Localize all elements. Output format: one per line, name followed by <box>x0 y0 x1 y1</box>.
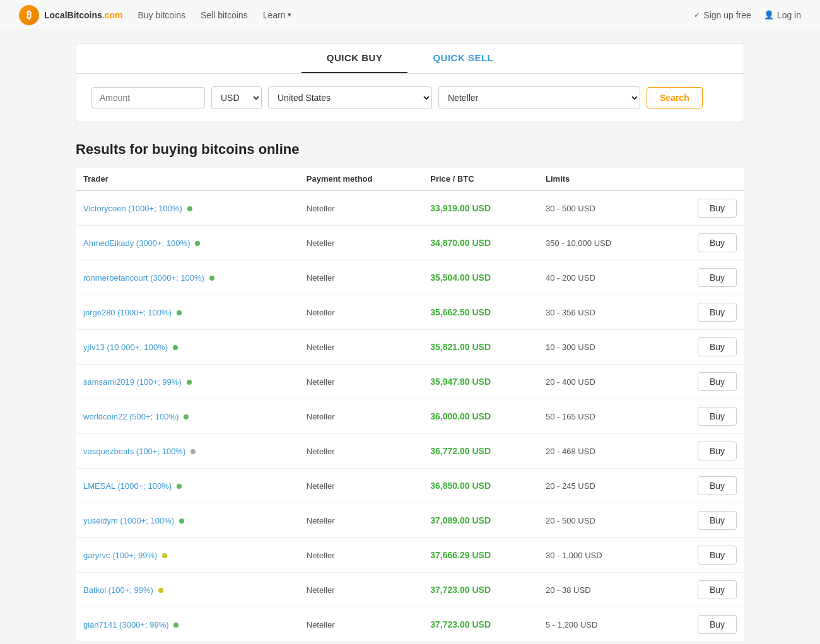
action-cell: Buy <box>662 469 745 503</box>
payment-method-label: Neteller <box>307 481 335 491</box>
table-row: garyrvc (100+; 99%) Neteller 37,666.29 U… <box>76 538 744 573</box>
buy-button[interactable]: Buy <box>698 442 737 460</box>
currency-select[interactable]: USD EUR GBP BTC <box>211 86 262 109</box>
trader-link[interactable]: jorge280 (1000+; 100%) <box>83 308 172 317</box>
navbar-right: ✓ Sign up free 👤 Log in <box>694 10 801 20</box>
tab-quick-buy[interactable]: QUICK BUY <box>302 44 408 73</box>
trader-link[interactable]: AhmedElkady (3000+; 100%) <box>83 238 190 248</box>
table-row: vasquezbeats (100+; 100%) Neteller 36,77… <box>76 434 744 469</box>
tab-quick-sell[interactable]: QUICK SELL <box>407 44 518 73</box>
buy-button[interactable]: Buy <box>698 615 737 634</box>
payment-method-label: Neteller <box>307 377 335 387</box>
payment-method-label: Neteller <box>307 447 335 456</box>
price-cell: 37,666.29 USD <box>423 538 538 573</box>
price-cell: 36,000.00 USD <box>423 399 538 434</box>
payment-method-label: Neteller <box>307 516 335 525</box>
buy-button[interactable]: Buy <box>698 337 737 356</box>
buy-button[interactable]: Buy <box>698 303 737 322</box>
trader-link[interactable]: worldcoin22 (500+; 100%) <box>83 412 179 421</box>
payment-cell: Neteller <box>299 434 423 469</box>
trader-link[interactable]: LMESAL (1000+; 100%) <box>83 481 172 491</box>
online-status-icon <box>162 553 167 558</box>
payment-method-label: Neteller <box>307 342 335 352</box>
country-select[interactable]: United States United Kingdom Canada Aust… <box>268 86 432 109</box>
trader-link[interactable]: yjfv13 (10 000+; 100%) <box>83 342 168 352</box>
checkmark-icon: ✓ <box>694 11 700 20</box>
price-value: 35,504.00 USD <box>430 272 491 283</box>
payment-cell: Neteller <box>299 607 423 642</box>
price-value: 35,821.00 USD <box>430 342 491 352</box>
user-icon: 👤 <box>764 10 774 20</box>
trader-link[interactable]: garyrvc (100+; 99%) <box>83 551 157 560</box>
buy-button[interactable]: Buy <box>698 476 737 495</box>
buy-button[interactable]: Buy <box>698 199 737 218</box>
nav-learn[interactable]: Learn ▾ <box>263 10 292 20</box>
limits-cell: 20 - 245 USD <box>538 469 661 503</box>
online-status-icon <box>173 623 179 628</box>
signup-label: Sign up free <box>703 10 751 20</box>
logo[interactable]: ₿ LocalBitcoins.com <box>19 5 122 25</box>
buy-button[interactable]: Buy <box>698 372 737 391</box>
buy-button[interactable]: Buy <box>698 233 737 252</box>
nav-buy-bitcoins[interactable]: Buy bitcoins <box>138 10 185 20</box>
trader-link[interactable]: yuseidym (1000+; 100%) <box>83 516 174 525</box>
trader-link[interactable]: vasquezbeats (100+; 100%) <box>83 447 185 456</box>
table-row: worldcoin22 (500+; 100%) Neteller 36,000… <box>76 399 744 434</box>
trader-link[interactable]: ronmerbetancourt (3000+; 100%) <box>83 273 204 283</box>
limits-cell: 30 - 500 USD <box>538 190 661 226</box>
trader-cell: jorge280 (1000+; 100%) <box>76 295 299 330</box>
online-status-icon <box>173 345 178 350</box>
table-header: Trader Payment method Price / BTC Limits <box>76 168 744 190</box>
buy-button[interactable]: Buy <box>698 268 737 287</box>
payment-select[interactable]: Neteller PayPal Bank Transfer Cash Depos… <box>438 86 640 109</box>
amount-input[interactable] <box>91 87 205 108</box>
buy-button[interactable]: Buy <box>698 407 737 426</box>
limits-value: 20 - 245 USD <box>546 481 595 491</box>
payment-cell: Neteller <box>299 399 423 434</box>
action-cell: Buy <box>662 226 745 261</box>
price-value: 36,850.00 USD <box>430 481 491 491</box>
results-table: Trader Payment method Price / BTC Limits… <box>76 168 744 642</box>
signup-link[interactable]: ✓ Sign up free <box>694 10 751 20</box>
trader-link[interactable]: Victorycoen (1000+; 100%) <box>83 204 182 213</box>
limits-value: 5 - 1,200 USD <box>546 620 597 629</box>
search-button[interactable]: Search <box>647 87 703 108</box>
col-trader: Trader <box>76 168 299 190</box>
limits-value: 20 - 400 USD <box>546 377 595 387</box>
payment-method-label: Neteller <box>307 551 335 560</box>
payment-method-label: Neteller <box>307 204 335 213</box>
buy-button[interactable]: Buy <box>698 546 737 565</box>
online-status-icon <box>187 206 192 211</box>
trader-link[interactable]: samsami2019 (100+; 99%) <box>83 377 182 387</box>
login-link[interactable]: 👤 Log in <box>764 10 801 20</box>
nav-sell-bitcoins[interactable]: Sell bitcoins <box>201 10 248 20</box>
trader-cell: ronmerbetancourt (3000+; 100%) <box>76 261 299 295</box>
quick-form: USD EUR GBP BTC United States United Kin… <box>76 74 744 122</box>
trader-link[interactable]: gian7141 (3000+; 99%) <box>83 620 169 629</box>
limits-cell: 40 - 200 USD <box>538 261 661 295</box>
price-cell: 33,919.00 USD <box>423 190 538 226</box>
trader-link[interactable]: Batkol (100+; 99%) <box>83 585 153 595</box>
limits-cell: 20 - 468 USD <box>538 434 661 469</box>
trader-cell: Batkol (100+; 99%) <box>76 573 299 607</box>
price-cell: 35,504.00 USD <box>423 261 538 295</box>
logo-com: .com <box>102 10 123 20</box>
buy-button[interactable]: Buy <box>698 511 737 530</box>
price-cell: 35,662.50 USD <box>423 295 538 330</box>
buy-button[interactable]: Buy <box>698 580 737 599</box>
limits-cell: 20 - 38 USD <box>538 573 661 607</box>
payment-cell: Neteller <box>299 330 423 365</box>
col-action <box>662 168 745 190</box>
action-cell: Buy <box>662 330 745 365</box>
trader-cell: LMESAL (1000+; 100%) <box>76 469 299 503</box>
payment-cell: Neteller <box>299 226 423 261</box>
limits-cell: 30 - 1,000 USD <box>538 538 661 573</box>
limits-value: 40 - 200 USD <box>546 273 595 283</box>
price-cell: 37,089.00 USD <box>423 503 538 538</box>
online-status-icon <box>158 588 163 593</box>
trader-cell: yuseidym (1000+; 100%) <box>76 503 299 538</box>
action-cell: Buy <box>662 365 745 399</box>
limits-value: 20 - 38 USD <box>546 585 591 595</box>
results-title: Results for buying bitcoins online <box>76 141 744 158</box>
trader-cell: worldcoin22 (500+; 100%) <box>76 399 299 434</box>
